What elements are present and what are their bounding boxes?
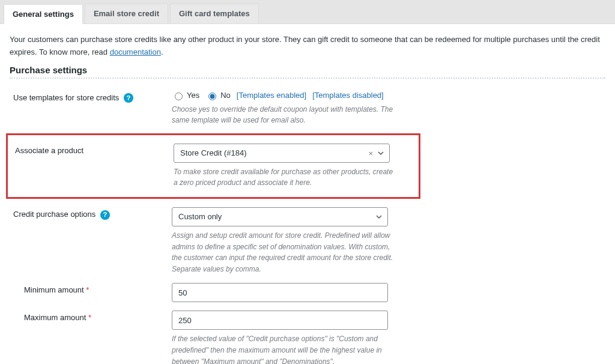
use-templates-label: Use templates for store credits ? [10,91,172,126]
intro-text: Your customers can purchase store credit… [10,34,605,59]
use-templates-yes-option[interactable]: Yes [172,91,199,100]
associate-product-desc: To make store credit available for purch… [174,166,396,189]
intro-text-suffix: . [161,47,163,56]
use-templates-no-label: No [220,91,231,100]
credit-purchase-options-select[interactable] [172,207,388,226]
use-templates-desc: Choose yes to override the default coupo… [172,104,394,126]
purchase-settings-heading: Purchase settings [10,65,605,75]
documentation-link[interactable]: documentation [110,47,161,56]
use-templates-yes-radio[interactable] [175,93,183,100]
intro-text-body: Your customers can purchase store credit… [10,35,600,56]
minimum-amount-input[interactable] [172,283,388,302]
use-templates-no-radio[interactable] [208,93,216,100]
clear-product-icon[interactable]: × [368,148,373,157]
maximum-amount-label: Maximum amount * [10,311,172,364]
associate-product-select[interactable] [174,144,390,163]
tab-gift-card-templates[interactable]: Gift card templates [170,4,259,23]
tab-email-store-credit[interactable]: Email store credit [85,4,168,23]
credit-purchase-options-desc: Assign and setup credit amount for store… [172,230,394,275]
section-divider [10,77,605,79]
templates-disabled-link[interactable]: [Templates disabled] [312,91,384,100]
help-icon[interactable]: ? [124,93,133,103]
templates-enabled-link[interactable]: [Templates enabled] [237,91,306,100]
use-templates-yes-label: Yes [187,91,199,100]
maximum-amount-input[interactable] [172,311,388,330]
credit-purchase-options-label: Credit purchase options ? [10,207,172,275]
associate-product-label: Associate a product [11,144,174,189]
use-templates-no-option[interactable]: No [205,91,231,100]
help-icon[interactable]: ? [100,210,110,220]
associate-product-highlight: Associate a product × To make store cred… [6,133,420,199]
minimum-amount-label: Minimum amount * [10,283,172,302]
maximum-amount-desc: If the selected value of "Credit purchas… [172,333,394,364]
tab-general-settings[interactable]: General settings [4,4,83,24]
